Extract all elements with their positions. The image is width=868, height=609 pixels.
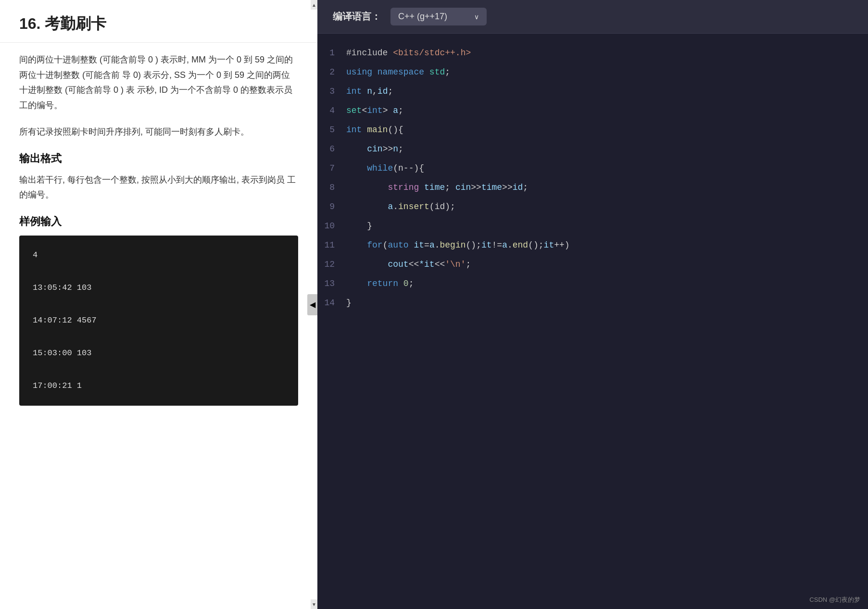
collapse-panel-button[interactable]: ◀ xyxy=(307,294,317,315)
line-number: 4 xyxy=(317,102,346,119)
line-number: 12 xyxy=(317,256,346,273)
example-section-title: 样例输入 xyxy=(19,214,298,229)
line-code-content: return 0; xyxy=(346,275,414,292)
example-code-line xyxy=(33,263,285,280)
language-selector[interactable]: C++ (g++17) ∨ xyxy=(390,8,487,25)
editor-line: 11 for(auto it=a.begin();it!=a.end();it+… xyxy=(317,236,868,255)
editor-line: 2using namespace std; xyxy=(317,62,868,82)
line-number: 2 xyxy=(317,63,346,81)
line-code-content: cout<<*it<<'\n'; xyxy=(346,256,471,273)
editor-header: 编译语言： C++ (g++17) ∨ xyxy=(317,0,868,34)
example-code-line xyxy=(33,329,285,345)
example-code-line: 4 xyxy=(33,247,285,263)
code-editor[interactable]: 1#include <bits/stdc++.h>2using namespac… xyxy=(317,34,868,609)
editor-line: 14} xyxy=(317,293,868,312)
editor-line: 5int main(){ xyxy=(317,120,868,139)
example-code-line xyxy=(33,296,285,312)
line-code-content: } xyxy=(346,217,372,235)
line-number: 6 xyxy=(317,140,346,158)
line-number: 13 xyxy=(317,275,346,292)
editor-line: 9 a.insert(id); xyxy=(317,197,868,216)
example-code-line: 17:00:21 1 xyxy=(33,378,285,394)
paragraph-3: 输出若干行, 每行包含一个整数, 按照从小到大的顺序输出, 表示到岗员 工的编号… xyxy=(19,173,298,203)
line-code-content: int n,id; xyxy=(346,83,393,100)
line-number: 5 xyxy=(317,121,346,138)
example-code-line xyxy=(33,361,285,378)
editor-line: 7 while(n--){ xyxy=(317,159,868,178)
example-code-line: 13:05:42 103 xyxy=(33,280,285,296)
collapse-icon: ◀ xyxy=(310,300,315,309)
line-number: 11 xyxy=(317,236,346,254)
output-section-title: 输出格式 xyxy=(19,151,298,166)
line-code-content: int main(){ xyxy=(346,121,403,138)
problem-header: 16. 考勤刷卡 xyxy=(0,0,317,43)
line-code-content: } xyxy=(346,294,352,311)
line-number: 3 xyxy=(317,83,346,100)
problem-title: 16. 考勤刷卡 xyxy=(19,13,298,35)
chevron-down-icon: ∨ xyxy=(474,13,479,21)
editor-line: 12 cout<<*it<<'\n'; xyxy=(317,255,868,274)
problem-content[interactable]: 间的两位十进制整数 (可能含前导 0 ) 表示时, MM 为一个 0 到 59 … xyxy=(0,43,317,609)
example-code-line: 15:03:00 103 xyxy=(33,345,285,361)
editor-line: 1#include <bits/stdc++.h> xyxy=(317,43,868,62)
paragraph-2: 所有记录按照刷卡时间升序排列, 可能同一时刻有多人刷卡。 xyxy=(19,124,298,140)
lang-label: 编译语言： xyxy=(333,10,381,23)
line-code-content: using namespace std; xyxy=(346,63,450,81)
line-number: 14 xyxy=(317,294,346,311)
editor-line: 3int n,id; xyxy=(317,82,868,101)
editor-line: 13 return 0; xyxy=(317,274,868,293)
line-code-content: set<int> a; xyxy=(346,102,403,119)
line-code-content: cin>>n; xyxy=(346,140,403,158)
lang-value: C++ (g++17) xyxy=(398,12,447,22)
watermark: CSDN @幻夜的梦 xyxy=(809,596,860,604)
paragraph-1: 间的两位十进制整数 (可能含前导 0 ) 表示时, MM 为一个 0 到 59 … xyxy=(19,52,298,113)
line-number: 1 xyxy=(317,44,346,62)
line-code-content: for(auto it=a.begin();it!=a.end();it++) xyxy=(346,236,570,254)
left-panel: 16. 考勤刷卡 间的两位十进制整数 (可能含前导 0 ) 表示时, MM 为一… xyxy=(0,0,317,609)
example-input-block: 4 13:05:42 103 14:07:12 4567 15:03:00 10… xyxy=(19,236,298,406)
editor-line: 4set<int> a; xyxy=(317,101,868,120)
example-code-line: 14:07:12 4567 xyxy=(33,312,285,329)
line-code-content: #include <bits/stdc++.h> xyxy=(346,44,471,62)
scroll-up-arrow[interactable]: ▲ xyxy=(311,0,317,10)
line-number: 8 xyxy=(317,179,346,196)
line-number: 9 xyxy=(317,198,346,215)
line-number: 7 xyxy=(317,160,346,177)
line-code-content: a.insert(id); xyxy=(346,198,455,215)
editor-wrapper: 1#include <bits/stdc++.h>2using namespac… xyxy=(317,34,868,609)
editor-line: 10 } xyxy=(317,216,868,236)
editor-line: 6 cin>>n; xyxy=(317,139,868,159)
line-code-content: string time; cin>>time>>id; xyxy=(346,179,528,196)
scroll-down-arrow[interactable]: ▼ xyxy=(311,599,317,609)
line-code-content: while(n--){ xyxy=(346,160,424,177)
editor-line: 8 string time; cin>>time>>id; xyxy=(317,178,868,197)
right-panel: 编译语言： C++ (g++17) ∨ 1#include <bits/stdc… xyxy=(317,0,868,609)
line-number: 10 xyxy=(317,217,346,235)
